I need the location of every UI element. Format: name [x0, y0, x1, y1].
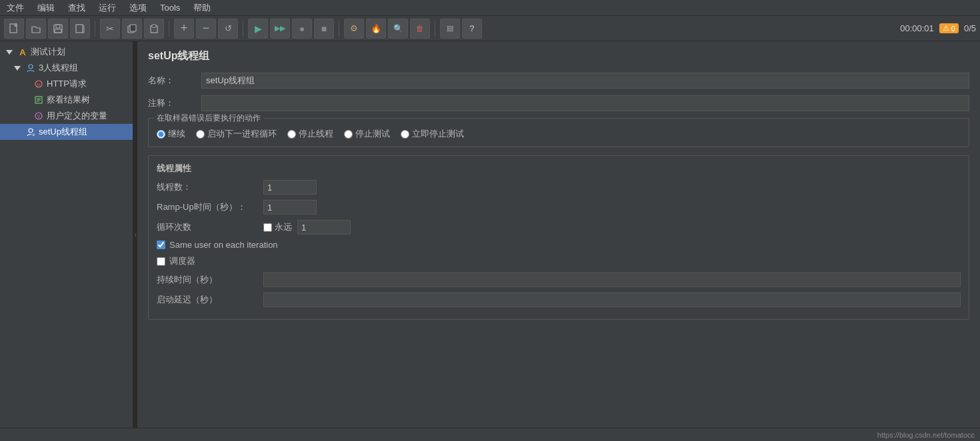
menu-run[interactable]: 运行: [96, 1, 119, 15]
ramp-up-label: Ramp-Up时间（秒）：: [157, 201, 263, 213]
stop-now-radio[interactable]: [401, 130, 409, 139]
new-button[interactable]: [4, 19, 24, 39]
error-count: 0/5: [964, 23, 976, 33]
comment-input[interactable]: [201, 95, 969, 111]
menu-edit[interactable]: 编辑: [35, 1, 57, 15]
menu-file[interactable]: 文件: [4, 1, 27, 15]
timer-display: 00:00:01: [900, 23, 934, 33]
vars-spacer: [20, 111, 31, 121]
menu-tools[interactable]: Tools: [157, 2, 183, 13]
sidebar-item-user-vars[interactable]: V 用户定义的变量: [0, 108, 133, 124]
comment-label: 注释：: [148, 97, 201, 109]
opt-continue[interactable]: 继续: [157, 128, 185, 140]
name-input[interactable]: [201, 73, 969, 89]
warning-icon: ⚠: [943, 24, 949, 33]
start-next-radio[interactable]: [196, 130, 205, 139]
panel-title: setUp线程组: [148, 49, 969, 63]
sidebar: A 测试计划 3人线程组 H HTTP请求 察看结果: [0, 41, 133, 428]
sidebar-item-thread-group[interactable]: 3人线程组: [0, 60, 133, 76]
menu-find[interactable]: 查找: [65, 1, 88, 15]
toolbar-sep-3: [243, 21, 243, 37]
menubar: 文件 编辑 查找 运行 选项 Tools 帮助: [0, 0, 980, 16]
name-row: 名称：: [148, 73, 969, 89]
sidebar-item-test-plan[interactable]: A 测试计划: [0, 44, 133, 60]
add-button[interactable]: +: [174, 19, 194, 39]
status-bar: https://blog.csdn.net/tomatocc: [0, 428, 980, 441]
remote2-button[interactable]: 🔥: [366, 19, 386, 39]
cut-button[interactable]: ✂: [100, 19, 120, 39]
delay-input[interactable]: [263, 292, 961, 307]
main-area: A 测试计划 3人线程组 H HTTP请求 察看结果: [0, 41, 980, 428]
opt-stop-test[interactable]: 停止测试: [344, 128, 390, 140]
menu-help[interactable]: 帮助: [191, 1, 213, 15]
opt-stop-now[interactable]: 立即停止测试: [401, 128, 464, 140]
http-spacer: [20, 79, 31, 89]
loop-count-row: 循环次数 永远: [157, 220, 961, 234]
remote1-button[interactable]: ⚙: [344, 19, 364, 39]
duration-row: 持续时间（秒）: [157, 272, 961, 287]
sidebar-item-setup-group[interactable]: ⚙ setUp线程组: [0, 124, 133, 140]
delay-row: 启动延迟（秒）: [157, 292, 961, 307]
forever-check-label[interactable]: 永远: [263, 221, 292, 233]
duration-input[interactable]: [263, 272, 961, 287]
error-radio-group: 继续 启动下一进程循环 停止线程 停止测试 立即停止测试: [157, 125, 961, 140]
sidebar-item-http-req[interactable]: H HTTP请求: [0, 76, 133, 92]
setup-icon: ⚙: [25, 127, 36, 137]
start-button[interactable]: ▶: [248, 19, 268, 39]
forever-checkbox[interactable]: [263, 223, 272, 232]
remove-button[interactable]: −: [196, 19, 216, 39]
stop-thread-radio[interactable]: [287, 130, 296, 139]
loop-count-input[interactable]: [297, 220, 351, 234]
paste-button[interactable]: [144, 19, 164, 39]
continue-label: 继续: [168, 128, 185, 140]
name-label: 名称：: [148, 75, 201, 87]
opt-start-next[interactable]: 启动下一进程循环: [196, 128, 277, 140]
stop-test-label: 停止测试: [355, 128, 390, 140]
start-no-pauses-button[interactable]: ▶▶: [270, 19, 290, 39]
search-toolbar-button[interactable]: 🔍: [388, 19, 408, 39]
user-vars-label: 用户定义的变量: [47, 110, 107, 122]
same-user-row: Same user on each iteration: [157, 240, 961, 250]
expand-icon-test-plan: [4, 47, 15, 57]
template-button[interactable]: ▤: [440, 19, 460, 39]
svg-text:V: V: [37, 114, 41, 119]
results-icon: [33, 95, 44, 105]
test-plan-icon: A: [17, 47, 28, 57]
same-user-label: Same user on each iteration: [169, 240, 278, 250]
scheduler-label: 调度器: [169, 255, 195, 267]
stop-test-radio[interactable]: [344, 130, 353, 139]
svg-text:H: H: [37, 83, 40, 87]
stop-thread-label: 停止线程: [299, 128, 333, 140]
toolbar: ✂ + − ↺ ▶ ▶▶ ● ■ ⚙ 🔥 🔍 🗑 ▤ ? 00:00:01 ⚠ …: [0, 16, 980, 41]
sidebar-item-results-tree[interactable]: 察看结果树: [0, 92, 133, 108]
toolbar-sep-2: [169, 21, 169, 37]
stop-button[interactable]: ●: [292, 19, 312, 39]
stop-now-button[interactable]: ■: [314, 19, 334, 39]
continue-radio[interactable]: [157, 130, 165, 139]
svg-rect-2: [54, 25, 62, 33]
test-plan-label: 测试计划: [31, 46, 65, 58]
clear-button[interactable]: ↺: [218, 19, 238, 39]
opt-stop-thread[interactable]: 停止线程: [287, 128, 333, 140]
stop-now-label: 立即停止测试: [412, 128, 464, 140]
vars-icon: V: [33, 111, 44, 121]
saveas-button[interactable]: [70, 19, 90, 39]
svg-rect-4: [55, 29, 61, 33]
save-button[interactable]: [48, 19, 68, 39]
svg-rect-5: [76, 25, 83, 33]
thread-count-input[interactable]: [263, 180, 317, 195]
ramp-up-input[interactable]: [263, 200, 317, 215]
expand-icon-thread-group: [12, 63, 23, 73]
help-toolbar-button[interactable]: ?: [462, 19, 482, 39]
thread-group-icon: [25, 63, 36, 73]
toolbar-sep-1: [95, 21, 95, 37]
clear2-button[interactable]: 🗑: [410, 19, 430, 39]
warning-count: 0: [951, 25, 955, 33]
menu-options[interactable]: 选项: [127, 1, 149, 15]
same-user-checkbox[interactable]: [157, 240, 165, 249]
copy-button[interactable]: [122, 19, 142, 39]
ramp-up-row: Ramp-Up时间（秒）：: [157, 200, 961, 215]
open-button[interactable]: [26, 19, 46, 39]
svg-rect-7: [130, 25, 136, 31]
scheduler-checkbox[interactable]: [157, 257, 165, 266]
